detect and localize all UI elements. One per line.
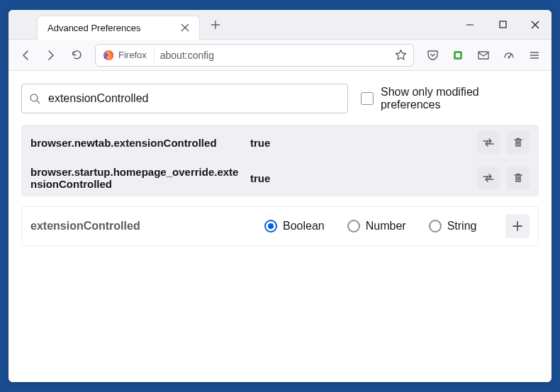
tab-advanced-preferences[interactable]: Advanced Preferences [37,16,200,40]
svg-point-5 [30,94,38,101]
search-input[interactable] [48,92,340,105]
svg-point-4 [508,56,510,58]
pref-name: browser.startup.homepage_override.extens… [30,166,250,190]
svg-rect-0 [500,21,506,28]
pref-search-box[interactable] [21,84,348,113]
browser-window: Advanced Preferences [9,10,551,382]
radio-number[interactable]: Number [347,220,406,233]
mail-icon[interactable] [472,44,495,67]
identity-label: Firefox [118,50,147,60]
window-controls [454,10,551,40]
tab-title: Advanced Preferences [47,23,178,33]
nav-toolbar: Firefox about:config [9,40,551,71]
identity-box[interactable]: Firefox [99,48,155,62]
menu-button[interactable] [523,44,546,67]
radio-icon [347,220,360,233]
url-bar[interactable]: Firefox about:config [95,44,414,67]
pref-value: true [250,137,477,149]
url-text: about:config [160,50,391,61]
delete-button[interactable] [507,167,530,189]
table-row[interactable]: browser.newtab.extensionControlled true [22,125,538,160]
show-modified-checkbox[interactable]: Show only modified preferences [361,86,539,111]
maximize-button[interactable] [486,10,519,40]
type-radio-group: Boolean Number String [264,220,505,233]
pref-table: browser.newtab.extensionControlled true … [21,125,539,196]
radio-icon [264,220,277,233]
pref-value: true [250,172,477,184]
firefox-icon [103,50,114,61]
radio-string[interactable]: String [429,220,477,233]
toggle-button[interactable] [477,131,500,154]
back-button[interactable] [14,44,37,67]
search-icon [29,93,41,105]
pocket-icon[interactable] [421,44,444,67]
radio-icon [429,220,442,233]
add-pref-row: extensionControlled Boolean Number Strin… [21,206,539,246]
close-window-button[interactable] [519,10,551,40]
extension-icon[interactable] [447,44,469,67]
checkbox-icon [361,92,374,105]
minimize-button[interactable] [454,10,486,40]
close-tab-icon[interactable] [178,21,192,35]
table-row[interactable]: browser.startup.homepage_override.extens… [22,160,538,196]
forward-button[interactable] [40,44,62,67]
svg-rect-3 [456,53,460,57]
reload-button[interactable] [65,44,88,67]
bookmark-star-icon[interactable] [391,45,410,65]
toggle-button[interactable] [477,167,500,189]
show-modified-label: Show only modified preferences [381,86,539,111]
titlebar: Advanced Preferences [9,10,551,40]
pref-name: browser.newtab.extensionControlled [30,137,250,149]
dashboard-icon[interactable] [498,44,520,67]
new-tab-button[interactable] [204,13,227,36]
delete-button[interactable] [507,131,530,154]
radio-boolean[interactable]: Boolean [264,220,325,233]
about-config-content: Show only modified preferences browser.n… [9,71,551,382]
add-button[interactable] [505,214,530,238]
new-pref-name: extensionControlled [30,220,264,233]
